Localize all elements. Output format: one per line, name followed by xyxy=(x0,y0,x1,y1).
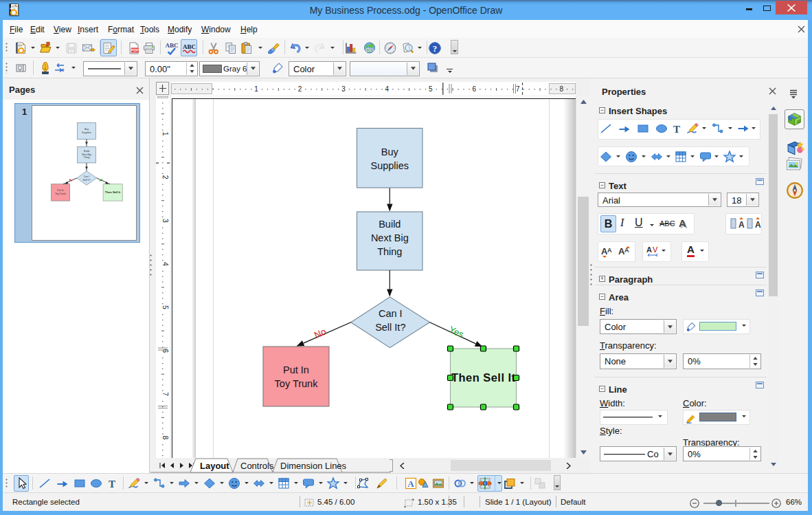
svg-text:Next Big: Next Big xyxy=(82,153,91,156)
svg-text:Sell It?: Sell It? xyxy=(83,179,91,182)
svg-text:3: 3 xyxy=(161,219,170,223)
svg-text:6: 6 xyxy=(161,349,170,353)
svg-text:A: A xyxy=(755,220,761,230)
svg-text:Toy Trunk: Toy Trunk xyxy=(55,193,66,195)
svg-text:Toy Trunk: Toy Trunk xyxy=(275,378,319,389)
svg-text:Dimension Lines: Dimension Lines xyxy=(280,461,347,471)
svg-text:4: 4 xyxy=(385,85,390,93)
svg-text:T: T xyxy=(673,124,680,135)
svg-text:A: A xyxy=(738,220,745,230)
svg-text:2: 2 xyxy=(161,175,170,179)
svg-text:Controls: Controls xyxy=(240,461,274,471)
svg-text:Buy: Buy xyxy=(381,146,399,157)
svg-text:8: 8 xyxy=(559,85,563,93)
svg-text:PDF: PDF xyxy=(131,48,139,52)
svg-text:2: 2 xyxy=(298,85,302,93)
svg-text:6: 6 xyxy=(473,85,477,93)
svg-text:Put In: Put In xyxy=(57,189,63,192)
svg-text:A: A xyxy=(607,247,612,254)
svg-text:?: ? xyxy=(433,43,438,54)
svg-text:Put In: Put In xyxy=(283,364,309,375)
svg-text:V: V xyxy=(653,245,658,254)
svg-text:7: 7 xyxy=(161,392,170,396)
svg-text:3: 3 xyxy=(341,85,346,93)
svg-text:Next Big: Next Big xyxy=(371,232,409,243)
svg-text:Can I: Can I xyxy=(379,308,403,319)
svg-text:Supplies: Supplies xyxy=(82,131,91,134)
svg-text:Can I: Can I xyxy=(84,175,90,178)
svg-text:Buy: Buy xyxy=(84,128,89,131)
svg-text:Build: Build xyxy=(379,219,401,230)
svg-text:Thing: Thing xyxy=(84,156,90,159)
svg-text:A: A xyxy=(646,245,652,254)
svg-text:ABC: ABC xyxy=(166,41,179,48)
svg-text:8: 8 xyxy=(161,435,170,439)
svg-text:A: A xyxy=(407,479,414,489)
svg-text:Supplies: Supplies xyxy=(370,160,409,171)
svg-text:4: 4 xyxy=(161,262,170,266)
svg-text:7: 7 xyxy=(516,85,520,93)
svg-text:5: 5 xyxy=(161,305,170,309)
svg-text:ABC: ABC xyxy=(183,43,196,50)
svg-text:1: 1 xyxy=(161,132,170,136)
svg-text:T: T xyxy=(109,479,115,490)
svg-text:Thing: Thing xyxy=(377,246,402,257)
svg-text:Sell It?: Sell It? xyxy=(375,322,405,333)
svg-text:5: 5 xyxy=(429,85,433,93)
svg-text:Then Sell It: Then Sell It xyxy=(105,190,121,194)
svg-text:Build: Build xyxy=(84,150,89,153)
svg-text:Then Sell It: Then Sell It xyxy=(451,371,516,384)
svg-text:1: 1 xyxy=(254,85,258,93)
svg-text:Layout: Layout xyxy=(200,461,229,471)
